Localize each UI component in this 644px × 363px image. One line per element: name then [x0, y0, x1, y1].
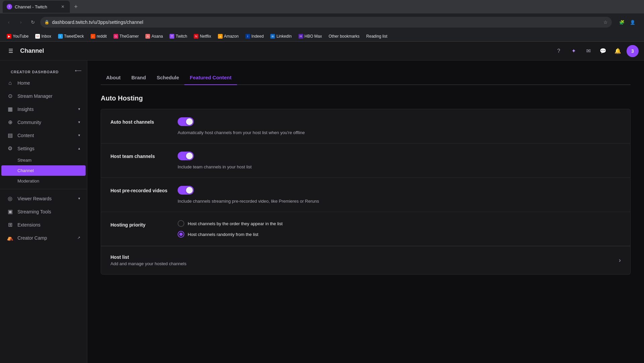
active-tab[interactable]: T Channel - Twitch ✕	[3, 1, 70, 13]
bookmark-youtube-label: YouTube	[13, 34, 29, 39]
bookmark-indeed[interactable]: i Indeed	[243, 33, 267, 39]
tab-title: Channel - Twitch	[15, 4, 47, 9]
address-bar[interactable]: 🔒 dashboard.twitch.tv/u/3pps/settings/ch…	[40, 17, 612, 28]
bookmarks-bar: ▶ YouTube M Inbox t TweetDeck r reddit G…	[0, 31, 644, 42]
bookmark-twitch-label: Twitch	[176, 34, 187, 39]
host-team-description: Include team channels in your host list	[178, 164, 621, 169]
bookmark-amazon[interactable]: a Amazon	[215, 33, 241, 39]
bookmark-twitch[interactable]: T Twitch	[167, 33, 190, 39]
sidebar-item-viewer-rewards[interactable]: ◎ Viewer Rewards ▾	[1, 192, 86, 205]
auto-host-description: Automatically host channels from your ho…	[178, 130, 621, 135]
sidebar-item-content[interactable]: ▤ Content ▾	[1, 129, 86, 142]
host-list-chevron-icon: ›	[619, 257, 621, 264]
host-team-content: Include team channels in your host list	[178, 152, 621, 169]
settings-row-pre-recorded: Host pre-recorded videos Include channel…	[101, 178, 630, 212]
top-nav-left: ☰ Channel	[5, 46, 93, 56]
bookmark-reading-list[interactable]: Reading list	[364, 33, 390, 39]
tab-featured-content[interactable]: Featured Content	[184, 71, 237, 85]
hamburger-menu-button[interactable]: ☰	[5, 46, 16, 56]
sidebar-collapse-button[interactable]: ⟵	[75, 68, 82, 73]
sidebar-sub-item-moderation-label: Moderation	[17, 178, 39, 184]
host-team-toggle[interactable]	[178, 152, 194, 160]
top-nav: ☰ Channel ? ✦ ✉ 💬 🔔 3	[0, 42, 644, 61]
tab-about[interactable]: About	[101, 71, 126, 85]
sidebar-item-content-label: Content	[17, 133, 74, 138]
sidebar-item-insights-label: Insights	[17, 107, 74, 112]
sidebar-sub-item-channel[interactable]: Channel	[1, 165, 86, 176]
bookmark-linkedin[interactable]: in LinkedIn	[268, 33, 294, 39]
hosting-priority-radio-group: Host channels by the order they appear i…	[178, 220, 621, 238]
bookmark-other[interactable]: Other bookmarks	[326, 33, 362, 39]
mail-button[interactable]: ✉	[582, 45, 594, 57]
bookmark-thegamer[interactable]: G TheGamer	[111, 33, 141, 39]
sidebar-sub-item-stream[interactable]: Stream	[1, 155, 86, 165]
radio-option-random[interactable]: Host channels randomly from the list	[178, 231, 621, 238]
radio-option-order[interactable]: Host channels by the order they appear i…	[178, 220, 621, 227]
help-button[interactable]: ?	[553, 45, 565, 57]
tab-schedule[interactable]: Schedule	[151, 71, 185, 85]
sidebar-item-creator-camp[interactable]: ⛺ Creator Camp ↗	[1, 231, 86, 244]
pre-recorded-toggle[interactable]	[178, 186, 194, 195]
browser-extensions: 🧩 👤	[614, 17, 640, 27]
sidebar-item-insights[interactable]: ▦ Insights ▾	[1, 103, 86, 116]
host-list-row[interactable]: Host list Add and manage your hosted cha…	[101, 246, 630, 274]
sidebar-item-extensions[interactable]: ⊞ Extensions	[1, 218, 86, 231]
new-tab-button[interactable]: +	[71, 2, 81, 11]
mail-icon: ✉	[586, 48, 591, 54]
host-team-label: Host team channels	[110, 152, 178, 159]
notifications-button[interactable]: 🔔	[612, 45, 624, 57]
bookmark-youtube[interactable]: ▶ YouTube	[4, 33, 31, 39]
chat-button[interactable]: 💬	[597, 45, 609, 57]
bookmark-reddit[interactable]: r reddit	[88, 33, 109, 39]
reload-button[interactable]: ↻	[28, 17, 38, 27]
host-team-toggle-thumb	[186, 153, 193, 159]
tab-brand[interactable]: Brand	[126, 71, 151, 85]
bookmark-reading-list-label: Reading list	[366, 34, 387, 39]
magic-button[interactable]: ✦	[567, 45, 580, 57]
sidebar-item-stream-manager-label: Stream Manager	[17, 93, 80, 99]
main-layout: CREATOR DASHBOARD ⟵ ⌂ Home ⊙ Stream Mana…	[0, 61, 644, 363]
sidebar-item-stream-manager[interactable]: ⊙ Stream Manager	[1, 89, 86, 103]
auto-host-toggle[interactable]	[178, 117, 194, 126]
pre-recorded-label: Host pre-recorded videos	[110, 186, 178, 193]
extensions-menu[interactable]: 🧩	[617, 17, 627, 27]
app-container: ☰ Channel ? ✦ ✉ 💬 🔔 3	[0, 42, 644, 363]
stream-manager-icon: ⊙	[7, 93, 13, 99]
sidebar-item-home[interactable]: ⌂ Home	[1, 77, 86, 89]
section-title: Auto Hosting	[101, 94, 631, 102]
tab-close-button[interactable]: ✕	[60, 4, 66, 10]
user-avatar[interactable]: 3	[627, 45, 639, 57]
twitter-favicon: t	[58, 34, 63, 39]
hosting-priority-label: Hosting priority	[110, 220, 178, 228]
bookmark-star-icon[interactable]: ☆	[603, 19, 608, 25]
top-nav-right: ? ✦ ✉ 💬 🔔 3	[553, 45, 639, 57]
sidebar-item-streaming-tools[interactable]: ▣ Streaming Tools	[1, 205, 86, 218]
settings-row-host-team: Host team channels Include team channels…	[101, 144, 630, 178]
sidebar-item-home-label: Home	[17, 80, 80, 86]
sidebar-item-community[interactable]: ⊕ Community ▾	[1, 116, 86, 129]
bookmark-tweetdeck[interactable]: t TweetDeck	[55, 33, 87, 39]
bookmark-tweetdeck-label: TweetDeck	[64, 34, 84, 39]
chat-icon: 💬	[600, 48, 606, 54]
back-button[interactable]: ‹	[4, 17, 13, 27]
netflix-favicon: N	[194, 34, 198, 39]
bookmark-asana[interactable]: A Asana	[143, 33, 166, 39]
forward-button[interactable]: ›	[16, 17, 26, 27]
bookmark-hbomax[interactable]: H HBO Max	[296, 33, 325, 39]
sidebar-item-settings[interactable]: ⚙ Settings ▴	[1, 142, 86, 155]
settings-chevron-icon: ▴	[78, 146, 80, 151]
bookmark-thegamer-label: TheGamer	[120, 34, 139, 39]
bookmark-netflix[interactable]: N Netflix	[191, 33, 214, 39]
youtube-favicon: ▶	[7, 34, 11, 39]
host-list-col: Host list Add and manage your hosted cha…	[110, 254, 186, 266]
bookmark-indeed-label: Indeed	[251, 34, 264, 39]
bookmark-inbox[interactable]: M Inbox	[33, 33, 54, 39]
sidebar-sub-item-moderation[interactable]: Moderation	[1, 176, 86, 186]
profile-icon[interactable]: 👤	[628, 17, 637, 27]
auto-host-toggle-thumb	[186, 118, 193, 125]
radio-label-random: Host channels randomly from the list	[188, 232, 258, 237]
auto-host-label: Auto host channels	[110, 117, 178, 125]
extensions-icon: ⊞	[7, 221, 13, 228]
community-chevron-icon: ▾	[78, 120, 80, 124]
tab-featured-content-label: Featured Content	[190, 75, 231, 80]
